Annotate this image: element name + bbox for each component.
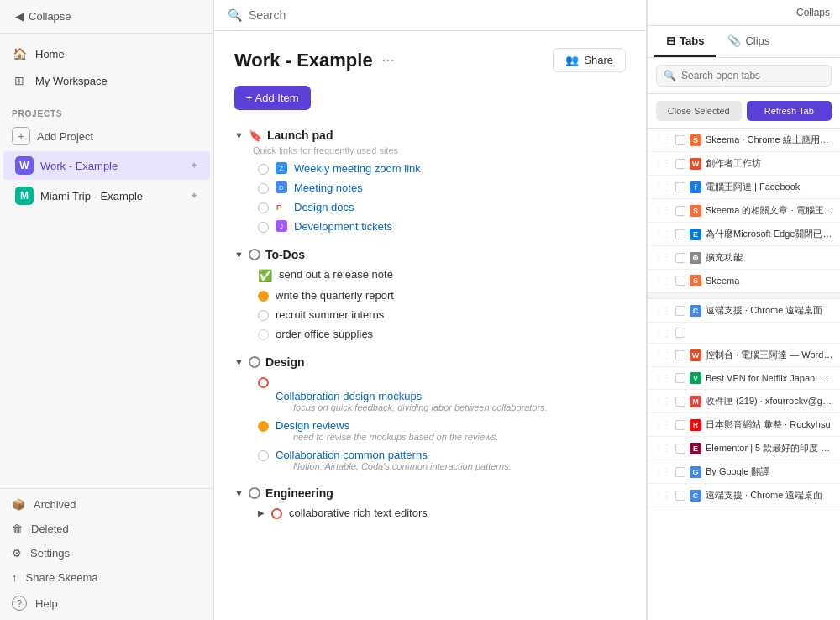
sidebar-item-miami-trip[interactable]: M Miami Trip - Example ✦ xyxy=(3,181,210,210)
checked-icon: ✅ xyxy=(258,269,272,282)
list-item[interactable]: ⋮⋮EElementor | 5 款最好的印度 VPN ... xyxy=(648,437,840,460)
tab-checkbox[interactable] xyxy=(675,444,685,454)
list-item: Collaboration common patterns Notion, Ai… xyxy=(258,445,626,475)
sidebar-collapse-button[interactable]: ◀ Collapse xyxy=(10,7,76,26)
list-item[interactable]: ⋮⋮M收件匣 (219) · xfourrockv@gma... xyxy=(648,390,840,413)
tab-title: 創作者工作坊 xyxy=(706,157,833,170)
list-item[interactable]: ⋮⋮SSkeema 的相關文章 · 電腦王阿達... xyxy=(648,199,840,223)
work-example-star-icon[interactable]: ✦ xyxy=(190,160,198,171)
tab-checkbox[interactable] xyxy=(675,350,685,360)
tab-drag-handle[interactable]: ⋮⋮ xyxy=(654,159,671,168)
tab-checkbox[interactable] xyxy=(675,276,685,286)
tab-checkbox[interactable] xyxy=(675,373,685,383)
sidebar-item-archived[interactable]: 📦 Archived xyxy=(0,492,213,517)
sidebar-item-deleted[interactable]: 🗑 Deleted xyxy=(0,517,213,541)
tab-drag-handle[interactable]: ⋮⋮ xyxy=(654,276,671,286)
design-docs-link[interactable]: Design docs xyxy=(294,201,354,213)
list-item[interactable]: ⋮⋮ xyxy=(648,323,840,344)
tab-checkbox[interactable] xyxy=(675,182,685,192)
sidebar-item-settings[interactable]: ⚙ Settings xyxy=(0,541,213,565)
help-icon: ? xyxy=(12,596,27,611)
tab-drag-handle[interactable]: ⋮⋮ xyxy=(654,182,671,192)
tab-drag-handle[interactable]: ⋮⋮ xyxy=(654,467,671,476)
section-engineering-header[interactable]: ▼ Engineering xyxy=(234,483,626,503)
sidebar-item-my-workspace[interactable]: ⊞ My Workspace xyxy=(0,67,213,94)
sidebar-item-share-skeema[interactable]: ↑ Share Skeema xyxy=(0,565,213,590)
tab-drag-handle[interactable]: ⋮⋮ xyxy=(654,328,671,338)
add-project-button[interactable]: + Add Project xyxy=(0,122,213,150)
sidebar-item-help[interactable]: ? Help xyxy=(0,590,213,617)
list-item[interactable]: ⋮⋮SSkeema · Chrome 線上應用程式... xyxy=(648,129,840,152)
right-panel-collapse-button[interactable]: Collaps xyxy=(796,7,830,18)
weekly-meeting-link[interactable]: Weekly meeting zoom link xyxy=(294,162,421,175)
list-item: order office supplies xyxy=(258,324,626,344)
section-todos-header[interactable]: ▼ To-Dos xyxy=(234,244,626,265)
list-item[interactable]: ⋮⋮E為什麼Microsoft Edge關閉已安... xyxy=(648,223,840,246)
sidebar-item-work-example[interactable]: W Work - Example ✦ xyxy=(3,151,210,180)
tab-drag-handle[interactable]: ⋮⋮ xyxy=(654,444,671,453)
miami-trip-star-icon[interactable]: ✦ xyxy=(190,190,198,202)
refresh-tabs-button[interactable]: Refresh Tab xyxy=(747,101,832,121)
list-item[interactable]: ⋮⋮VBest VPN for Netflix Japan: 6 Sti... xyxy=(648,367,840,390)
collab-patterns-link[interactable]: Collaboration common patterns xyxy=(276,449,512,461)
sidebar-header: ◀ Collapse xyxy=(0,0,213,34)
tab-drag-handle[interactable]: ⋮⋮ xyxy=(654,306,671,315)
section-design-header[interactable]: ▼ Design xyxy=(234,352,626,372)
tab-drag-handle[interactable]: ⋮⋮ xyxy=(654,253,671,262)
right-search-input[interactable] xyxy=(681,70,824,81)
tabs-list: ⋮⋮SSkeema · Chrome 線上應用程式...⋮⋮W創作者工作坊⋮⋮f… xyxy=(648,129,840,620)
tab-drag-handle[interactable]: ⋮⋮ xyxy=(654,420,671,429)
section-launch-pad-header[interactable]: ▼ 🔖 Launch pad xyxy=(234,125,626,145)
meeting-notes-link[interactable]: Meeting notes xyxy=(294,181,363,194)
list-item[interactable]: ⋮⋮f電腦王阿達 | Facebook xyxy=(648,176,840,199)
design-reviews-link[interactable]: Design reviews xyxy=(276,419,499,432)
close-selected-button[interactable]: Close Selected xyxy=(656,101,742,121)
tab-clips[interactable]: 📎 Clips xyxy=(716,26,781,57)
list-item: J Development tickets xyxy=(258,217,626,236)
tab-drag-handle[interactable]: ⋮⋮ xyxy=(654,374,671,383)
collab-mockups-link[interactable]: Collaboration design mockups xyxy=(276,390,548,402)
tab-checkbox[interactable] xyxy=(675,491,685,501)
section-design-title: Design xyxy=(265,355,305,369)
tab-checkbox[interactable] xyxy=(675,420,685,430)
list-item: Collaboration design mockups focus on qu… xyxy=(258,372,626,416)
add-item-button[interactable]: + Add Item xyxy=(234,86,311,110)
tab-drag-handle[interactable]: ⋮⋮ xyxy=(654,397,671,406)
tab-checkbox[interactable] xyxy=(675,397,685,407)
tab-checkbox[interactable] xyxy=(675,135,685,145)
list-item[interactable]: ⋮⋮C遠端支援 · Chrome 遠端桌面 xyxy=(648,484,840,507)
list-item[interactable]: ⋮⋮R日本影音網站 彙整 · Rockyhsu xyxy=(648,413,840,437)
section-launch-pad: ▼ 🔖 Launch pad Quick links for frequentl… xyxy=(234,125,626,236)
list-item[interactable]: ⋮⋮GBy Google 翻譯 xyxy=(648,460,840,484)
page-menu-icon[interactable]: ⋯ xyxy=(381,52,395,68)
collapsed-chevron-icon: ▶ xyxy=(258,508,265,518)
settings-icon: ⚙ xyxy=(12,547,22,560)
dev-tickets-link[interactable]: Development tickets xyxy=(294,220,392,233)
tab-tabs[interactable]: ⊟ Tabs xyxy=(654,26,716,57)
tab-drag-handle[interactable]: ⋮⋮ xyxy=(654,229,671,239)
tab-favicon: E xyxy=(690,229,701,240)
tab-checkbox[interactable] xyxy=(675,467,685,477)
tab-checkbox[interactable] xyxy=(675,328,685,338)
tab-checkbox[interactable] xyxy=(675,306,685,316)
list-item[interactable]: ⋮⋮W創作者工作坊 xyxy=(648,152,840,176)
main-search-input[interactable] xyxy=(249,8,633,22)
work-example-label: Work - Example xyxy=(40,160,183,172)
tab-drag-handle[interactable]: ⋮⋮ xyxy=(654,350,671,360)
sidebar-item-home[interactable]: 🏠 Home xyxy=(0,40,213,67)
share-label: Share xyxy=(584,54,613,66)
tab-checkbox[interactable] xyxy=(675,253,685,263)
tab-drag-handle[interactable]: ⋮⋮ xyxy=(654,135,671,144)
list-item[interactable]: ⋮⋮C遠端支援 · Chrome 遠端桌面 xyxy=(648,299,840,323)
tab-checkbox[interactable] xyxy=(675,206,685,216)
tab-checkbox[interactable] xyxy=(675,159,685,169)
list-item[interactable]: ⋮⋮W控制台 · 電腦王阿達 — WordPre... xyxy=(648,344,840,367)
share-button[interactable]: 👥 Share xyxy=(553,48,626,72)
tab-title: Elementor | 5 款最好的印度 VPN ... xyxy=(706,442,833,454)
tab-checkbox[interactable] xyxy=(675,229,685,239)
tab-drag-handle[interactable]: ⋮⋮ xyxy=(654,491,671,500)
projects-section-label: PROJECTS xyxy=(0,101,213,122)
list-item[interactable]: ⋮⋮⊕擴充功能 xyxy=(648,246,840,270)
list-item[interactable]: ⋮⋮SSkeema xyxy=(648,270,840,292)
tab-drag-handle[interactable]: ⋮⋮ xyxy=(654,206,671,215)
